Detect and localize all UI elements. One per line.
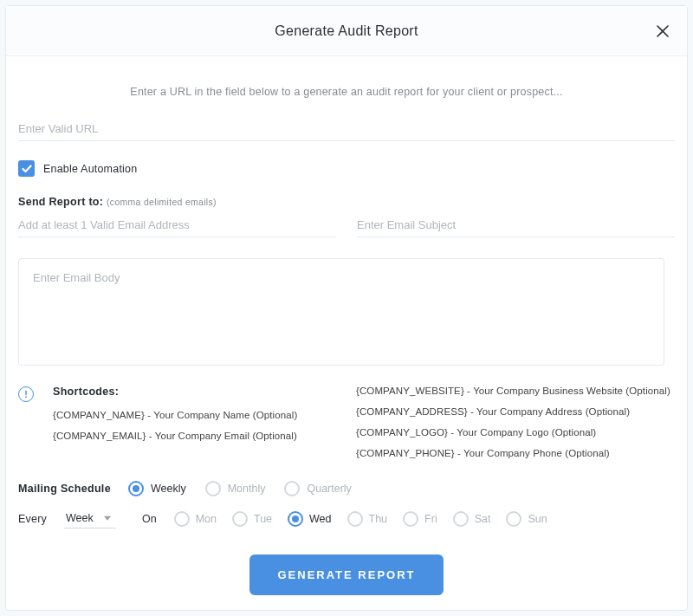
radio-label: Sun [528, 513, 547, 525]
email-subject-input[interactable] [357, 213, 675, 237]
enable-automation-checkbox[interactable] [18, 160, 35, 177]
radio-icon [284, 481, 300, 496]
day-option-mon[interactable]: Mon [174, 511, 217, 527]
radio-label: Fri [424, 513, 437, 525]
send-report-label: Send Report to: (comma delimited emails) [18, 196, 675, 208]
day-option-thu[interactable]: Thu [347, 511, 388, 527]
day-radio-group: MonTueWedThuFriSatSun [174, 511, 547, 527]
info-icon: ! [18, 386, 34, 402]
every-unit-select[interactable]: Week [64, 509, 116, 528]
radio-label: Sat [475, 513, 491, 525]
radio-icon [232, 511, 248, 527]
shortcode-item: {COMPANY_WEBSITE} - Your Company Busines… [356, 386, 675, 396]
radio-label: Weekly [151, 483, 186, 495]
shortcode-item: {COMPANY_EMAIL} - Your Company Email (Op… [53, 431, 330, 441]
schedule-option-quarterly[interactable]: Quarterly [284, 481, 351, 496]
radio-label: Wed [309, 513, 331, 525]
day-option-wed[interactable]: Wed [288, 511, 331, 527]
day-option-sat[interactable]: Sat [453, 511, 491, 527]
on-label: On [142, 513, 157, 525]
radio-icon [174, 511, 190, 527]
shortcodes-title: Shortcodes: [53, 386, 330, 398]
close-button[interactable] [652, 21, 673, 42]
shortcode-item: {COMPANY_NAME} - Your Company Name (Opti… [53, 410, 330, 420]
mailing-schedule-radio-group: WeeklyMonthlyQuarterly [128, 481, 352, 496]
day-option-fri[interactable]: Fri [403, 511, 437, 527]
intro-text: Enter a URL in the field below to a gene… [18, 86, 675, 98]
schedule-option-monthly[interactable]: Monthly [205, 481, 266, 496]
radio-icon [288, 511, 303, 527]
radio-icon [453, 511, 469, 527]
shortcode-item: {COMPANY_ADDRESS} - Your Company Address… [356, 406, 675, 417]
day-option-sun[interactable]: Sun [506, 511, 547, 527]
mailing-schedule-label: Mailing Schedule [18, 483, 111, 495]
modal-title: Generate Audit Report [275, 23, 418, 39]
schedule-option-weekly[interactable]: Weekly [128, 481, 186, 496]
shortcode-item: {COMPANY_LOGO} - Your Company Logo (Opti… [356, 427, 675, 438]
modal-header: Generate Audit Report [6, 6, 687, 56]
radio-label: Mon [196, 513, 217, 525]
url-input[interactable] [18, 117, 675, 141]
radio-label: Quarterly [307, 483, 351, 495]
generate-report-button[interactable]: GENERATE REPORT [249, 554, 443, 595]
radio-icon [403, 511, 418, 527]
shortcode-item: {COMPANY_PHONE} - Your Company Phone (Op… [356, 448, 675, 458]
audit-report-modal: Generate Audit Report Enter a URL in the… [5, 5, 688, 611]
close-icon [657, 25, 669, 37]
email-body-textarea[interactable] [18, 258, 664, 366]
every-label: Every [18, 513, 47, 525]
radio-label: Thu [369, 513, 388, 525]
radio-icon [205, 481, 221, 496]
radio-label: Tue [254, 513, 272, 525]
email-addresses-input[interactable] [18, 213, 336, 237]
radio-icon [128, 481, 144, 496]
radio-label: Monthly [228, 483, 266, 495]
radio-icon [347, 511, 363, 527]
enable-automation-label: Enable Automation [43, 163, 137, 175]
radio-icon [506, 511, 521, 527]
day-option-tue[interactable]: Tue [232, 511, 272, 527]
